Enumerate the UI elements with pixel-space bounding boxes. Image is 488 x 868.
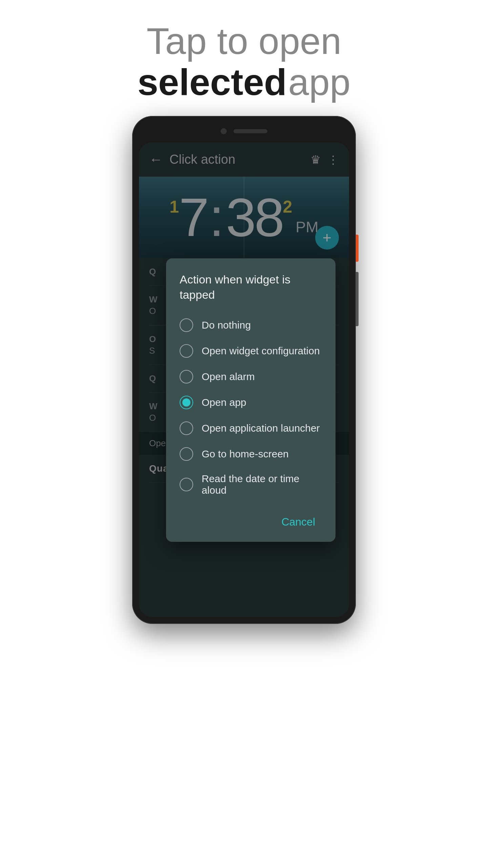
- radio-label-do-nothing: Do nothing: [202, 319, 251, 331]
- header-line1: Tap to open: [27, 20, 461, 61]
- camera-dot: [221, 128, 227, 134]
- header-tap-text: Tap to open: [147, 20, 342, 62]
- radio-circle-read-aloud: [180, 478, 193, 491]
- phone-wrapper: ← Click action ♛ ⋮ 1 7 : 38 2 PM: [132, 116, 356, 624]
- radio-label-open-alarm: Open alarm: [202, 371, 255, 382]
- radio-circle-open-widget-config: [180, 344, 193, 358]
- header-section: Tap to open selected app: [0, 0, 488, 116]
- header-line2: selected app: [27, 61, 461, 102]
- radio-circle-open-alarm: [180, 370, 193, 383]
- header-app-text: app: [288, 61, 351, 103]
- option-open-widget-config[interactable]: Open widget configuration: [180, 338, 322, 364]
- radio-label-open-widget-config: Open widget configuration: [202, 345, 320, 357]
- radio-label-open-app: Open app: [202, 397, 246, 408]
- cancel-button[interactable]: Cancel: [274, 512, 322, 532]
- radio-label-open-app-launcher: Open application launcher: [202, 422, 320, 434]
- dialog-footer: Cancel: [180, 509, 322, 532]
- radio-circle-do-nothing: [180, 318, 193, 332]
- option-go-home[interactable]: Go to home-screen: [180, 441, 322, 467]
- option-open-app-launcher[interactable]: Open application launcher: [180, 415, 322, 441]
- radio-inner-open-app: [182, 398, 190, 407]
- power-button[interactable]: [356, 235, 359, 262]
- dialog-title: Action when widget is tapped: [180, 272, 322, 302]
- radio-circle-open-app-launcher: [180, 421, 193, 435]
- phone-screen: ← Click action ♛ ⋮ 1 7 : 38 2 PM: [139, 142, 349, 617]
- radio-circle-go-home: [180, 447, 193, 461]
- option-read-aloud[interactable]: Read the date or time aloud: [180, 467, 322, 502]
- option-open-alarm[interactable]: Open alarm: [180, 364, 322, 390]
- volume-button[interactable]: [356, 272, 359, 326]
- speaker-bar: [233, 129, 267, 133]
- dialog: Action when widget is tapped Do nothing …: [166, 258, 336, 541]
- option-open-app[interactable]: Open app: [180, 390, 322, 415]
- header-selected-text: selected: [138, 61, 287, 103]
- radio-label-read-aloud: Read the date or time aloud: [202, 473, 322, 496]
- phone-notch-bar: [139, 123, 349, 140]
- option-do-nothing[interactable]: Do nothing: [180, 312, 322, 338]
- phone-frame: ← Click action ♛ ⋮ 1 7 : 38 2 PM: [132, 116, 356, 624]
- radio-circle-open-app: [180, 396, 193, 409]
- radio-label-go-home: Go to home-screen: [202, 448, 289, 460]
- dialog-backdrop: Action when widget is tapped Do nothing …: [139, 142, 349, 617]
